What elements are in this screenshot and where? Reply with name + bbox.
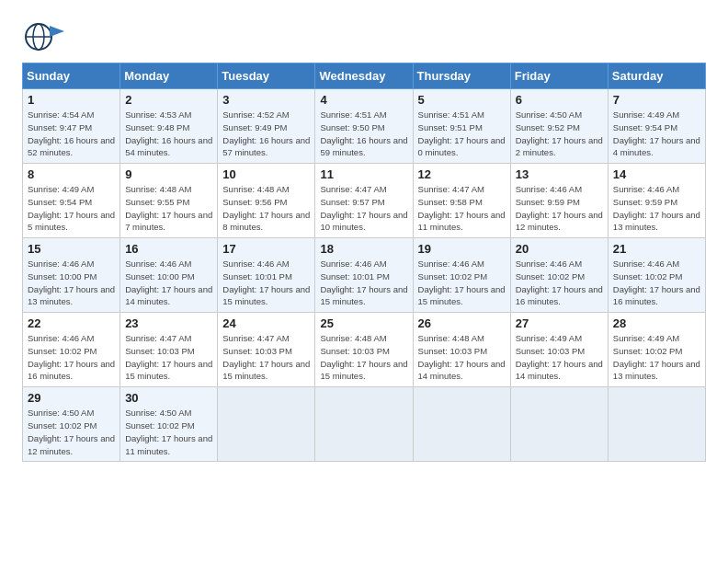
day-number: 23 [125, 316, 212, 330]
day-number: 27 [516, 316, 603, 330]
day-number: 1 [28, 93, 115, 107]
calendar-table: SundayMondayTuesdayWednesdayThursdayFrid… [22, 63, 706, 462]
logo-icon [22, 18, 70, 55]
calendar-cell: 25 Sunrise: 4:48 AM Sunset: 10:03 PM Day… [315, 313, 413, 387]
cell-info: Sunrise: 4:54 AM Sunset: 9:47 PM Dayligh… [28, 109, 115, 159]
calendar-cell: 24 Sunrise: 4:47 AM Sunset: 10:03 PM Day… [218, 313, 315, 387]
day-number: 15 [28, 242, 115, 256]
cell-info: Sunrise: 4:50 AM Sunset: 10:02 PM Daylig… [125, 407, 212, 457]
calendar-cell: 12 Sunrise: 4:47 AM Sunset: 9:58 PM Dayl… [413, 164, 510, 238]
calendar-cell: 5 Sunrise: 4:51 AM Sunset: 9:51 PM Dayli… [413, 89, 510, 164]
day-number: 5 [418, 93, 506, 107]
cell-info: Sunrise: 4:49 AM Sunset: 10:02 PM Daylig… [613, 332, 700, 383]
header-sunday: Sunday [23, 63, 120, 89]
calendar-cell: 1 Sunrise: 4:54 AM Sunset: 9:47 PM Dayli… [23, 89, 120, 164]
calendar-cell: 16 Sunrise: 4:46 AM Sunset: 10:00 PM Day… [120, 238, 218, 313]
header-row: SundayMondayTuesdayWednesdayThursdayFrid… [23, 63, 706, 89]
calendar-cell: 30 Sunrise: 4:50 AM Sunset: 10:02 PM Day… [120, 387, 218, 462]
day-number: 2 [125, 93, 212, 107]
calendar-cell: 7 Sunrise: 4:49 AM Sunset: 9:54 PM Dayli… [608, 89, 705, 164]
cell-info: Sunrise: 4:46 AM Sunset: 10:01 PM Daylig… [222, 258, 310, 308]
day-number: 7 [613, 93, 700, 107]
week-row-5: 29 Sunrise: 4:50 AM Sunset: 10:02 PM Day… [23, 387, 706, 462]
calendar-cell [413, 387, 510, 462]
cell-info: Sunrise: 4:50 AM Sunset: 10:02 PM Daylig… [28, 407, 115, 457]
cell-info: Sunrise: 4:46 AM Sunset: 10:00 PM Daylig… [28, 258, 115, 308]
calendar-cell [218, 387, 315, 462]
day-number: 26 [418, 316, 506, 330]
cell-info: Sunrise: 4:52 AM Sunset: 9:49 PM Dayligh… [222, 109, 310, 159]
calendar-cell: 27 Sunrise: 4:49 AM Sunset: 10:03 PM Day… [510, 313, 608, 387]
day-number: 28 [613, 316, 700, 330]
day-number: 8 [28, 167, 115, 181]
header-friday: Friday [510, 63, 608, 89]
cell-info: Sunrise: 4:48 AM Sunset: 10:03 PM Daylig… [418, 332, 506, 383]
day-number: 24 [222, 316, 310, 330]
calendar-cell [510, 387, 608, 462]
calendar-cell: 9 Sunrise: 4:48 AM Sunset: 9:55 PM Dayli… [120, 164, 218, 238]
cell-info: Sunrise: 4:47 AM Sunset: 10:03 PM Daylig… [125, 332, 212, 383]
cell-info: Sunrise: 4:46 AM Sunset: 10:02 PM Daylig… [28, 332, 115, 383]
day-number: 29 [28, 391, 115, 405]
calendar-cell: 3 Sunrise: 4:52 AM Sunset: 9:49 PM Dayli… [218, 89, 315, 164]
cell-info: Sunrise: 4:47 AM Sunset: 9:57 PM Dayligh… [320, 183, 407, 234]
calendar-cell: 23 Sunrise: 4:47 AM Sunset: 10:03 PM Day… [120, 313, 218, 387]
calendar-cell: 28 Sunrise: 4:49 AM Sunset: 10:02 PM Day… [608, 313, 705, 387]
cell-info: Sunrise: 4:46 AM Sunset: 10:02 PM Daylig… [613, 258, 700, 308]
cell-info: Sunrise: 4:53 AM Sunset: 9:48 PM Dayligh… [125, 109, 212, 159]
calendar-cell: 6 Sunrise: 4:50 AM Sunset: 9:52 PM Dayli… [510, 89, 608, 164]
cell-info: Sunrise: 4:47 AM Sunset: 10:03 PM Daylig… [222, 332, 310, 383]
page: SundayMondayTuesdayWednesdayThursdayFrid… [0, 0, 728, 480]
day-number: 11 [320, 167, 407, 181]
header-tuesday: Tuesday [218, 63, 315, 89]
header-saturday: Saturday [608, 63, 705, 89]
header-wednesday: Wednesday [315, 63, 413, 89]
day-number: 3 [222, 93, 310, 107]
cell-info: Sunrise: 4:46 AM Sunset: 10:01 PM Daylig… [320, 258, 407, 308]
week-row-4: 22 Sunrise: 4:46 AM Sunset: 10:02 PM Day… [23, 313, 706, 387]
day-number: 18 [320, 242, 407, 256]
calendar-cell: 14 Sunrise: 4:46 AM Sunset: 9:59 PM Dayl… [608, 164, 705, 238]
calendar-cell: 21 Sunrise: 4:46 AM Sunset: 10:02 PM Day… [608, 238, 705, 313]
week-row-3: 15 Sunrise: 4:46 AM Sunset: 10:00 PM Day… [23, 238, 706, 313]
calendar-cell [608, 387, 705, 462]
cell-info: Sunrise: 4:51 AM Sunset: 9:51 PM Dayligh… [418, 109, 506, 159]
calendar-cell: 17 Sunrise: 4:46 AM Sunset: 10:01 PM Day… [218, 238, 315, 313]
week-row-2: 8 Sunrise: 4:49 AM Sunset: 9:54 PM Dayli… [23, 164, 706, 238]
day-number: 13 [516, 167, 603, 181]
day-number: 4 [320, 93, 407, 107]
cell-info: Sunrise: 4:46 AM Sunset: 10:02 PM Daylig… [418, 258, 506, 308]
day-number: 14 [613, 167, 700, 181]
calendar-cell [315, 387, 413, 462]
calendar-cell: 13 Sunrise: 4:46 AM Sunset: 9:59 PM Dayl… [510, 164, 608, 238]
day-number: 25 [320, 316, 407, 330]
logo [22, 18, 66, 55]
cell-info: Sunrise: 4:49 AM Sunset: 9:54 PM Dayligh… [28, 183, 115, 234]
calendar-cell: 15 Sunrise: 4:46 AM Sunset: 10:00 PM Day… [23, 238, 120, 313]
day-number: 12 [418, 167, 506, 181]
calendar-cell: 18 Sunrise: 4:46 AM Sunset: 10:01 PM Day… [315, 238, 413, 313]
day-number: 19 [418, 242, 506, 256]
cell-info: Sunrise: 4:47 AM Sunset: 9:58 PM Dayligh… [418, 183, 506, 234]
cell-info: Sunrise: 4:49 AM Sunset: 9:54 PM Dayligh… [613, 109, 700, 159]
calendar-cell: 29 Sunrise: 4:50 AM Sunset: 10:02 PM Day… [23, 387, 120, 462]
header-thursday: Thursday [413, 63, 510, 89]
header [22, 18, 706, 55]
day-number: 22 [28, 316, 115, 330]
day-number: 21 [613, 242, 700, 256]
day-number: 20 [516, 242, 603, 256]
week-row-1: 1 Sunrise: 4:54 AM Sunset: 9:47 PM Dayli… [23, 89, 706, 164]
calendar-cell: 20 Sunrise: 4:46 AM Sunset: 10:02 PM Day… [510, 238, 608, 313]
calendar-cell: 10 Sunrise: 4:48 AM Sunset: 9:56 PM Dayl… [218, 164, 315, 238]
day-number: 9 [125, 167, 212, 181]
calendar-cell: 4 Sunrise: 4:51 AM Sunset: 9:50 PM Dayli… [315, 89, 413, 164]
day-number: 16 [125, 242, 212, 256]
calendar-cell: 2 Sunrise: 4:53 AM Sunset: 9:48 PM Dayli… [120, 89, 218, 164]
cell-info: Sunrise: 4:46 AM Sunset: 10:00 PM Daylig… [125, 258, 212, 308]
day-number: 10 [222, 167, 310, 181]
cell-info: Sunrise: 4:50 AM Sunset: 9:52 PM Dayligh… [516, 109, 603, 159]
day-number: 17 [222, 242, 310, 256]
calendar-cell: 19 Sunrise: 4:46 AM Sunset: 10:02 PM Day… [413, 238, 510, 313]
calendar-cell: 8 Sunrise: 4:49 AM Sunset: 9:54 PM Dayli… [23, 164, 120, 238]
cell-info: Sunrise: 4:46 AM Sunset: 9:59 PM Dayligh… [613, 183, 700, 234]
